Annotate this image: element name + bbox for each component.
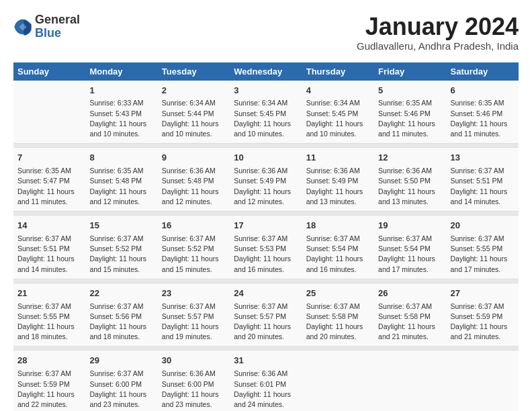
calendar-week-row: 1Sunrise: 6:33 AM Sunset: 5:43 PM Daylig… [13,81,519,144]
day-number: 25 [306,287,370,300]
calendar-cell: 20Sunrise: 6:37 AM Sunset: 5:55 PM Dayli… [447,216,519,279]
day-info: Sunrise: 6:36 AM Sunset: 5:48 PM Dayligh… [162,166,226,207]
day-info: Sunrise: 6:34 AM Sunset: 5:44 PM Dayligh… [162,98,226,139]
day-number: 22 [89,287,153,300]
calendar-cell: 14Sunrise: 6:37 AM Sunset: 5:51 PM Dayli… [13,216,85,279]
calendar-cell: 15Sunrise: 6:37 AM Sunset: 5:52 PM Dayli… [85,216,157,279]
calendar-cell [13,81,85,144]
calendar-cell: 8Sunrise: 6:35 AM Sunset: 5:48 PM Daylig… [85,148,157,212]
day-info: Sunrise: 6:37 AM Sunset: 5:54 PM Dayligh… [306,234,370,275]
day-info: Sunrise: 6:37 AM Sunset: 5:55 PM Dayligh… [451,234,515,275]
day-number: 16 [162,220,226,232]
logo-text: General Blue [35,13,80,40]
day-info: Sunrise: 6:37 AM Sunset: 5:54 PM Dayligh… [378,234,442,275]
day-info: Sunrise: 6:36 AM Sunset: 5:50 PM Dayligh… [378,166,442,207]
calendar-cell: 16Sunrise: 6:37 AM Sunset: 5:52 PM Dayli… [158,216,230,279]
day-info: Sunrise: 6:37 AM Sunset: 5:57 PM Dayligh… [162,302,226,342]
weekday-header-saturday: Saturday [447,62,519,81]
day-info: Sunrise: 6:37 AM Sunset: 5:52 PM Dayligh… [89,234,153,275]
calendar-cell: 3Sunrise: 6:34 AM Sunset: 5:45 PM Daylig… [230,81,302,144]
month-title: January 2024 [357,13,519,40]
calendar-cell: 10Sunrise: 6:36 AM Sunset: 5:49 PM Dayli… [230,148,302,212]
calendar-cell: 11Sunrise: 6:36 AM Sunset: 5:49 PM Dayli… [302,148,374,212]
day-number: 11 [306,152,370,165]
calendar-cell: 28Sunrise: 6:37 AM Sunset: 5:59 PM Dayli… [13,351,85,411]
day-number: 8 [89,152,153,165]
calendar-cell: 31Sunrise: 6:36 AM Sunset: 6:01 PM Dayli… [230,351,302,411]
calendar-cell: 7Sunrise: 6:35 AM Sunset: 5:47 PM Daylig… [13,148,85,212]
weekday-header-sunday: Sunday [13,62,85,81]
day-number: 23 [162,287,226,300]
day-number: 21 [17,287,81,300]
calendar-cell: 4Sunrise: 6:34 AM Sunset: 5:45 PM Daylig… [302,81,374,144]
calendar-cell: 24Sunrise: 6:37 AM Sunset: 5:57 PM Dayli… [230,283,302,347]
day-number: 24 [234,287,298,300]
calendar-cell: 19Sunrise: 6:37 AM Sunset: 5:54 PM Dayli… [374,216,446,279]
logo: General Blue [13,13,80,40]
weekday-header-friday: Friday [374,62,446,81]
day-number: 19 [378,220,442,232]
calendar-table: SundayMondayTuesdayWednesdayThursdayFrid… [13,62,519,411]
day-number: 28 [17,355,81,367]
day-info: Sunrise: 6:34 AM Sunset: 5:45 PM Dayligh… [306,98,370,139]
day-info: Sunrise: 6:37 AM Sunset: 5:51 PM Dayligh… [17,234,81,275]
day-info: Sunrise: 6:36 AM Sunset: 6:01 PM Dayligh… [234,369,298,410]
day-number: 4 [306,85,370,97]
day-number: 6 [451,85,515,97]
day-number: 12 [378,152,442,165]
day-info: Sunrise: 6:37 AM Sunset: 5:59 PM Dayligh… [451,302,515,342]
day-number: 3 [234,85,298,97]
page-header: General Blue January 2024 Gudlavalleru, … [13,13,519,52]
logo-blue-text: Blue [35,27,80,40]
weekday-header-row: SundayMondayTuesdayWednesdayThursdayFrid… [13,62,519,81]
calendar-cell: 30Sunrise: 6:36 AM Sunset: 6:00 PM Dayli… [158,351,230,411]
day-info: Sunrise: 6:34 AM Sunset: 5:45 PM Dayligh… [234,98,298,139]
calendar-week-row: 7Sunrise: 6:35 AM Sunset: 5:47 PM Daylig… [13,148,519,212]
day-number: 31 [234,355,298,367]
day-number: 10 [234,152,298,165]
day-number: 26 [378,287,442,300]
day-number: 20 [451,220,515,232]
day-number: 7 [17,152,81,165]
calendar-cell: 21Sunrise: 6:37 AM Sunset: 5:55 PM Dayli… [13,283,85,347]
day-number: 18 [306,220,370,232]
day-info: Sunrise: 6:36 AM Sunset: 5:49 PM Dayligh… [306,166,370,207]
calendar-cell [374,351,446,411]
day-info: Sunrise: 6:37 AM Sunset: 5:52 PM Dayligh… [162,234,226,275]
calendar-cell: 1Sunrise: 6:33 AM Sunset: 5:43 PM Daylig… [85,81,157,144]
calendar-cell: 13Sunrise: 6:37 AM Sunset: 5:51 PM Dayli… [447,148,519,212]
day-number: 29 [89,355,153,367]
day-info: Sunrise: 6:37 AM Sunset: 5:51 PM Dayligh… [451,166,515,207]
weekday-header-tuesday: Tuesday [158,62,230,81]
day-number: 1 [89,85,153,97]
calendar-cell: 2Sunrise: 6:34 AM Sunset: 5:44 PM Daylig… [158,81,230,144]
calendar-cell: 23Sunrise: 6:37 AM Sunset: 5:57 PM Dayli… [158,283,230,347]
day-number: 2 [162,85,226,97]
day-number: 9 [162,152,226,165]
calendar-cell: 18Sunrise: 6:37 AM Sunset: 5:54 PM Dayli… [302,216,374,279]
day-info: Sunrise: 6:37 AM Sunset: 5:55 PM Dayligh… [17,302,81,342]
location-subtitle: Gudlavalleru, Andhra Pradesh, India [357,40,519,52]
day-info: Sunrise: 6:33 AM Sunset: 5:43 PM Dayligh… [89,98,153,139]
day-number: 14 [17,220,81,232]
day-number: 5 [378,85,442,97]
calendar-cell: 29Sunrise: 6:37 AM Sunset: 6:00 PM Dayli… [85,351,157,411]
calendar-week-row: 21Sunrise: 6:37 AM Sunset: 5:55 PM Dayli… [13,283,519,347]
weekday-header-thursday: Thursday [302,62,374,81]
calendar-cell: 6Sunrise: 6:35 AM Sunset: 5:46 PM Daylig… [447,81,519,144]
calendar-cell: 12Sunrise: 6:36 AM Sunset: 5:50 PM Dayli… [374,148,446,212]
logo-icon [13,17,32,36]
day-number: 15 [89,220,153,232]
day-info: Sunrise: 6:37 AM Sunset: 6:00 PM Dayligh… [89,369,153,410]
calendar-cell [302,351,374,411]
day-number: 13 [451,152,515,165]
day-info: Sunrise: 6:35 AM Sunset: 5:47 PM Dayligh… [17,166,81,207]
calendar-cell: 9Sunrise: 6:36 AM Sunset: 5:48 PM Daylig… [158,148,230,212]
calendar-cell: 22Sunrise: 6:37 AM Sunset: 5:56 PM Dayli… [85,283,157,347]
day-number: 17 [234,220,298,232]
weekday-header-wednesday: Wednesday [230,62,302,81]
day-info: Sunrise: 6:37 AM Sunset: 5:56 PM Dayligh… [89,302,153,342]
calendar-cell [447,351,519,411]
calendar-cell: 25Sunrise: 6:37 AM Sunset: 5:58 PM Dayli… [302,283,374,347]
weekday-header-monday: Monday [85,62,157,81]
